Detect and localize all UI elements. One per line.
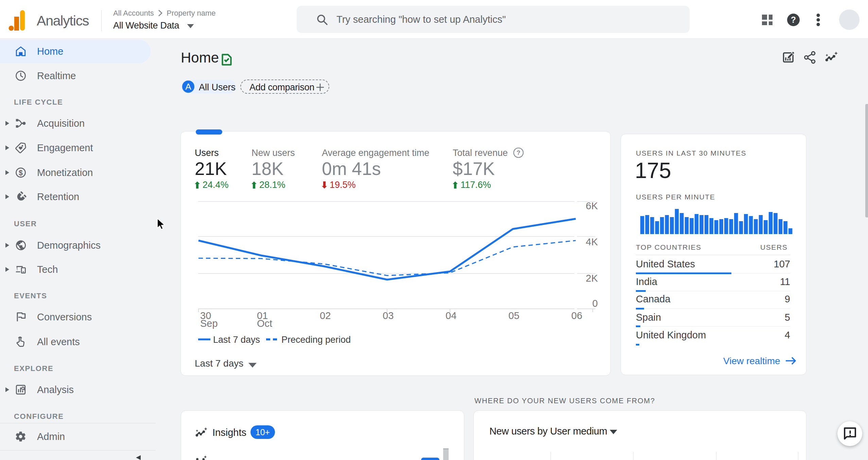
svg-text:0: 0 (592, 298, 598, 309)
svg-text:03: 03 (383, 310, 394, 321)
svg-text:Oct: Oct (257, 318, 272, 329)
svg-text:06: 06 (571, 310, 582, 321)
svg-text:Last 7 days: Last 7 days (213, 335, 260, 345)
svg-text:02: 02 (320, 310, 331, 321)
svg-text:Sep: Sep (200, 318, 218, 329)
svg-text:2K: 2K (586, 273, 598, 284)
svg-text:4K: 4K (586, 236, 598, 247)
svg-text:05: 05 (508, 310, 519, 321)
svg-text:04: 04 (446, 310, 456, 321)
svg-text:?: ? (791, 15, 796, 24)
svg-text:Preceding period: Preceding period (281, 335, 351, 345)
svg-text:$: $ (19, 169, 23, 177)
svg-text:6K: 6K (586, 200, 598, 211)
svg-text:Last 7 days: Last 7 days (195, 358, 243, 369)
